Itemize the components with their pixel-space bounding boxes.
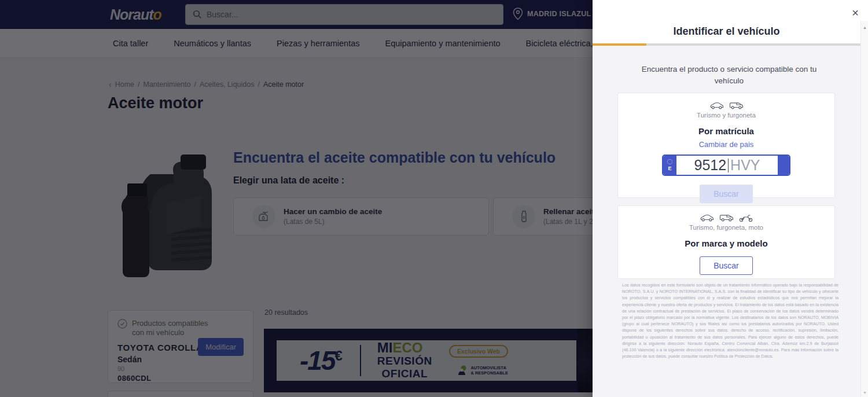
motorcycle-icon [738,214,753,222]
model-card-vehicles: Turismo, furgoneta, moto [618,224,834,231]
car-icon [699,214,714,222]
text-caret [728,159,729,172]
van-icon [729,101,744,110]
close-icon[interactable]: × [849,6,862,19]
van-icon [719,214,734,222]
drawer-subtitle: Encuentra el producto o servicio compati… [631,64,827,86]
plate-search-card: Turismo y furgoneta Por matrícula Cambia… [617,93,835,198]
norauto-page: Norauto MADRID ISLAZUL Cita taller Neumá… [0,0,868,397]
drawer-title: Identificar el vehículo [593,25,860,38]
identify-vehicle-drawer: × Identificar el vehículo Encuentra el p… [593,0,868,397]
model-search-card: Turismo, furgoneta, moto Por marca y mod… [617,205,835,279]
eu-stars-icon [667,159,672,164]
plate-card-vehicles: Turismo y furgoneta [618,112,834,119]
plate-number: 9512 [694,157,726,174]
model-search-button[interactable]: Buscar [700,256,753,275]
license-plate-input[interactable]: E 9512 HVY [662,155,790,176]
model-card-method: Por marca y modelo [618,238,834,248]
scroll-up-icon[interactable]: ▲ [863,25,867,30]
privacy-legal-text: Los datos recogidos en este formulario s… [622,282,838,359]
plate-right-band [778,156,789,175]
plate-search-button[interactable]: Buscar [700,185,753,203]
progress-bar [593,43,860,46]
drawer-scrollbar[interactable]: ▲ ▼ [860,21,868,397]
change-country-link[interactable]: Cambiar de pais [699,140,754,149]
car-icon [709,101,724,110]
modal-dim-overlay[interactable] [0,0,593,397]
plate-card-method: Por matrícula [618,126,834,136]
plate-country-code: E [668,166,671,171]
plate-letters: HVY [730,157,760,174]
progress-fill [593,43,646,46]
scroll-down-icon[interactable]: ▼ [863,391,867,395]
plate-country-band: E [663,156,676,175]
